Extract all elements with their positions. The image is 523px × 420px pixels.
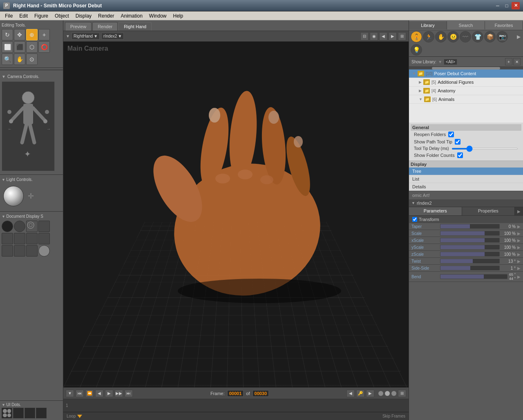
param-arrow-taper[interactable]: ▶	[517, 224, 521, 229]
doc-btn-12[interactable]	[38, 245, 50, 257]
orbit-tool[interactable]: ⊙	[26, 54, 38, 65]
pan-tool[interactable]: ✋	[14, 54, 25, 65]
lib-icon-pose[interactable]: 🏃	[423, 31, 434, 42]
param-slider-yscale[interactable]	[440, 245, 500, 250]
menu-help[interactable]: Help	[170, 12, 187, 20]
param-slider-bend[interactable]	[440, 274, 507, 279]
lib-icon-hand[interactable]: ✋	[435, 31, 447, 42]
lib-icon-prop[interactable]: 📦	[484, 31, 496, 42]
menu-figure[interactable]: Figure	[31, 12, 51, 20]
scale-tool[interactable]: +	[38, 29, 50, 40]
paint-tool[interactable]: ⬡	[26, 41, 38, 53]
tab-properties[interactable]: Properties	[462, 207, 515, 215]
viewport-3d[interactable]: Main Camera	[63, 42, 409, 387]
tl-play[interactable]: ▶	[105, 390, 113, 397]
menu-edit[interactable]: Edit	[16, 12, 31, 20]
param-arrow-scale[interactable]: ▶	[517, 231, 521, 236]
param-arrow-zscale[interactable]: ▶	[517, 252, 521, 257]
tl-options[interactable]: ⊞	[398, 390, 406, 397]
param-slider-xscale[interactable]	[440, 238, 500, 243]
smooth-tool[interactable]: ⭕	[38, 41, 50, 53]
zoom-tool[interactable]: 🔍	[2, 54, 13, 65]
body-part-dropdown[interactable]: rIndex2 ▼	[101, 33, 124, 40]
minimize-button[interactable]: ─	[494, 2, 502, 9]
doc-btn-7[interactable]	[26, 233, 38, 244]
ui-dot-4[interactable]	[36, 408, 47, 418]
menu-display[interactable]: Display	[72, 12, 95, 20]
menu-render[interactable]: Render	[95, 12, 117, 20]
menu-file[interactable]: File	[2, 12, 16, 20]
show-path-tooltip-checkbox[interactable]	[455, 139, 460, 145]
joint-tool[interactable]: ⬜	[2, 41, 13, 53]
tl-prev-frame[interactable]: ⏮	[76, 390, 84, 397]
display-tree[interactable]: Tree	[409, 168, 523, 175]
param-slider-sideside[interactable]	[440, 266, 500, 270]
menu-animation[interactable]: Animation	[117, 12, 145, 20]
doc-btn-1[interactable]	[2, 221, 13, 232]
ui-dot-1[interactable]	[2, 408, 12, 418]
reopen-folders-checkbox[interactable]	[448, 132, 454, 137]
tab-library[interactable]: Library	[409, 21, 447, 29]
select-tool[interactable]: ⊕	[26, 29, 38, 40]
lib-icon-figure[interactable]: 🧍	[411, 31, 422, 42]
library-filter-dropdown[interactable]: <All>	[444, 59, 457, 65]
viewport-btn-3[interactable]: ◀	[379, 32, 387, 40]
total-frames[interactable]: 00030	[253, 390, 269, 397]
playback-dot-2[interactable]	[385, 391, 390, 396]
lib-icon-hair[interactable]: 〰	[460, 31, 471, 42]
tl-step-back[interactable]: ⏪	[85, 390, 94, 397]
light-target[interactable]: ✛	[28, 192, 34, 201]
tl-forward[interactable]: ▶▶	[115, 390, 123, 397]
doc-btn-3[interactable]	[26, 221, 38, 232]
viewport-btn-4[interactable]: ▶	[389, 32, 397, 40]
viewport-btn-5[interactable]: ⊞	[398, 32, 406, 40]
param-slider-taper[interactable]	[440, 224, 500, 229]
maximize-button[interactable]: □	[503, 2, 511, 9]
tab-parameters[interactable]: Parameters	[409, 207, 462, 215]
morph-tool[interactable]: ⬛	[14, 41, 25, 53]
light-ball[interactable]	[3, 186, 24, 206]
viewport-btn-1[interactable]: ⊟	[360, 32, 369, 40]
show-folder-counts-checkbox[interactable]	[457, 152, 463, 158]
param-arrow-sideside[interactable]: ▶	[517, 266, 521, 270]
doc-btn-10[interactable]	[14, 245, 25, 257]
params-expand-btn[interactable]: ▶	[515, 207, 523, 215]
transform-toggle[interactable]	[412, 217, 417, 222]
display-details[interactable]: Details	[409, 183, 523, 191]
tab-search[interactable]: Search	[447, 21, 485, 29]
ui-dot-2[interactable]	[13, 408, 24, 418]
param-arrow-yscale[interactable]: ▶	[517, 245, 521, 250]
lib-icon-light[interactable]: 💡	[411, 44, 422, 56]
tl-arrow-down[interactable]: ▼	[66, 390, 74, 397]
viewport-btn-2[interactable]: ◉	[370, 32, 378, 40]
param-arrow-twist[interactable]: ▶	[517, 259, 521, 264]
display-list[interactable]: List	[409, 175, 523, 183]
lib-new-button[interactable]: ✕	[513, 58, 521, 65]
tl-rewind[interactable]: ◀	[95, 390, 103, 397]
param-slider-zscale[interactable]	[440, 252, 500, 257]
param-slider-scale[interactable]	[440, 231, 500, 236]
tl-next-frame[interactable]: ⏭	[125, 390, 133, 397]
tl-next-key[interactable]: ▶	[366, 390, 374, 397]
doc-btn-6[interactable]	[14, 233, 25, 244]
param-arrow-xscale[interactable]: ▶	[517, 238, 521, 243]
lib-scroll-right[interactable]: ▶	[517, 34, 521, 40]
ui-dot-3[interactable]	[25, 408, 35, 418]
tab-right-hand[interactable]: Right Hand	[118, 22, 152, 31]
menu-object[interactable]: Object	[51, 12, 72, 20]
tab-render[interactable]: Render	[92, 22, 118, 31]
tooltip-delay-slider[interactable]	[451, 148, 518, 150]
tl-prev-key[interactable]: ◀	[346, 390, 355, 397]
lib-add-button[interactable]: +	[505, 58, 512, 65]
doc-btn-9[interactable]	[2, 245, 13, 257]
tree-item-poser-debut[interactable]: ▼ 📁 [10] Poser Debut Content	[409, 69, 523, 78]
tree-item-additional-figures[interactable]: ▶ 📁 [5] Additional Figures	[409, 78, 523, 87]
tab-preview[interactable]: Preview	[65, 22, 92, 31]
tree-item-anatomy[interactable]: ▶ 📁 [4] Anatomy	[409, 87, 523, 95]
rotate-tool[interactable]: ↻	[2, 29, 13, 40]
tab-favorites[interactable]: Favorites	[485, 21, 523, 29]
lib-icon-face[interactable]: 😐	[447, 31, 459, 42]
param-arrow-bend[interactable]: ▶	[517, 275, 521, 279]
figure-dropdown[interactable]: RightHand ▼	[72, 33, 100, 40]
doc-btn-11[interactable]	[26, 245, 38, 257]
